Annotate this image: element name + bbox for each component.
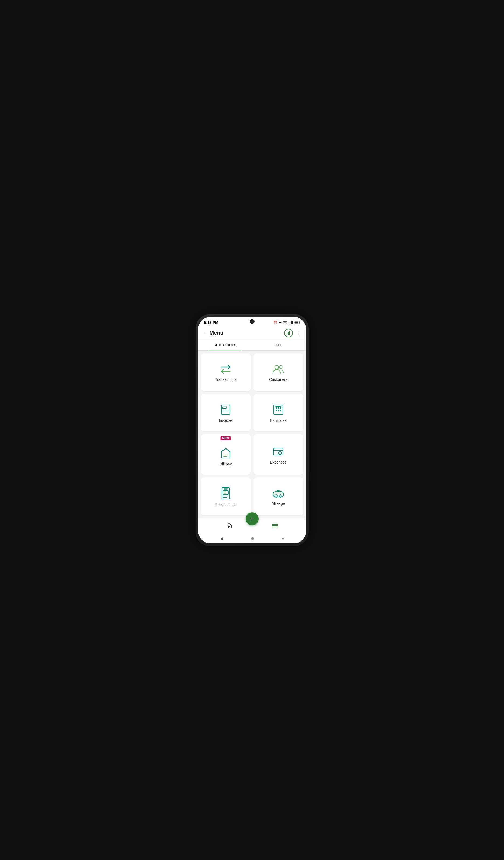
customers-item[interactable]: Customers: [254, 353, 303, 391]
home-nav-button[interactable]: [226, 522, 232, 529]
estimates-item[interactable]: Estimates: [254, 394, 303, 431]
customers-icon: [271, 364, 285, 375]
svg-rect-44: [275, 492, 282, 494]
tab-all[interactable]: ALL: [252, 340, 306, 350]
svg-point-43: [280, 496, 281, 497]
receiptsnap-item[interactable]: Receipt snap: [201, 477, 251, 515]
svg-point-13: [279, 366, 282, 368]
customers-label: Customers: [269, 377, 287, 382]
svg-point-12: [275, 366, 278, 369]
android-navigation: ◀ ⬤ ■: [198, 534, 306, 543]
svg-rect-16: [222, 406, 226, 407]
header-right: ⋮: [284, 329, 302, 338]
transactions-icon: [219, 364, 233, 375]
svg-rect-35: [224, 493, 226, 493]
android-back-button[interactable]: ◀: [220, 536, 223, 541]
svg-point-47: [273, 493, 274, 494]
expenses-icon: [272, 445, 284, 457]
billpay-icon: [219, 444, 232, 459]
transactions-label: Transactions: [215, 377, 236, 382]
svg-rect-21: [276, 410, 277, 411]
billpay-item[interactable]: NEW Bill pay: [201, 434, 251, 475]
svg-rect-5: [299, 322, 300, 323]
svg-rect-1: [290, 322, 290, 324]
tabs: SHORTCUTS ALL: [198, 340, 306, 350]
fab-add-button[interactable]: +: [246, 512, 259, 525]
status-time: 5:13 PM: [204, 320, 218, 325]
svg-rect-9: [289, 331, 290, 335]
svg-rect-20: [276, 407, 277, 409]
estimates-icon: [272, 404, 284, 416]
receiptsnap-label: Receipt snap: [215, 502, 237, 507]
android-recent-button[interactable]: ■: [282, 537, 284, 540]
svg-point-41: [276, 496, 277, 497]
signal-icon: [289, 321, 293, 324]
new-badge: NEW: [220, 436, 231, 440]
page-title: Menu: [210, 330, 224, 336]
hamburger-nav-button[interactable]: [272, 524, 278, 528]
svg-rect-8: [288, 332, 289, 335]
estimates-label: Estimates: [270, 418, 286, 422]
billpay-label: Bill pay: [219, 462, 232, 466]
phone-frame: 5:13 PM ⏰ ✦: [196, 314, 309, 546]
svg-rect-34: [224, 491, 226, 492]
bluetooth-icon: ✦: [279, 321, 282, 325]
mileage-label: Mileage: [272, 501, 285, 506]
svg-rect-6: [294, 321, 298, 323]
svg-point-31: [279, 453, 281, 454]
android-home-button[interactable]: ⬤: [251, 537, 254, 540]
phone-screen: 5:13 PM ⏰ ✦: [198, 317, 306, 543]
status-icons: ⏰ ✦: [273, 321, 300, 325]
expenses-label: Expenses: [270, 460, 286, 464]
back-button[interactable]: ←: [202, 330, 207, 336]
invoices-item[interactable]: Invoices: [201, 394, 251, 431]
header-left: ← Menu: [202, 330, 224, 336]
svg-rect-29: [273, 448, 283, 455]
svg-rect-7: [287, 332, 287, 335]
analytics-icon[interactable]: [284, 329, 293, 338]
alarm-icon: ⏰: [273, 321, 277, 325]
svg-rect-22: [278, 407, 279, 409]
svg-rect-0: [289, 323, 289, 324]
header: ← Menu ⋮: [198, 327, 306, 340]
wifi-icon: [283, 321, 287, 324]
receiptsnap-icon: [221, 487, 231, 500]
mileage-item[interactable]: Mileage: [254, 477, 303, 515]
svg-rect-38: [224, 488, 227, 489]
svg-rect-24: [280, 407, 281, 409]
svg-rect-3: [292, 321, 292, 324]
bottom-navigation: +: [198, 518, 306, 534]
mileage-icon: [271, 488, 285, 499]
svg-rect-25: [280, 410, 281, 411]
invoices-label: Invoices: [219, 418, 232, 422]
tab-shortcuts[interactable]: SHORTCUTS: [198, 340, 252, 350]
invoices-icon: [220, 404, 232, 416]
more-options-button[interactable]: ⋮: [296, 330, 302, 336]
camera-notch: [250, 319, 255, 324]
svg-rect-2: [291, 321, 291, 324]
battery-icon: [294, 321, 300, 324]
expenses-item[interactable]: Expenses: [254, 434, 303, 475]
transactions-item[interactable]: Transactions: [201, 353, 251, 391]
svg-point-48: [283, 493, 284, 494]
shortcuts-grid: Transactions Customers: [198, 350, 306, 518]
svg-rect-23: [278, 410, 279, 411]
